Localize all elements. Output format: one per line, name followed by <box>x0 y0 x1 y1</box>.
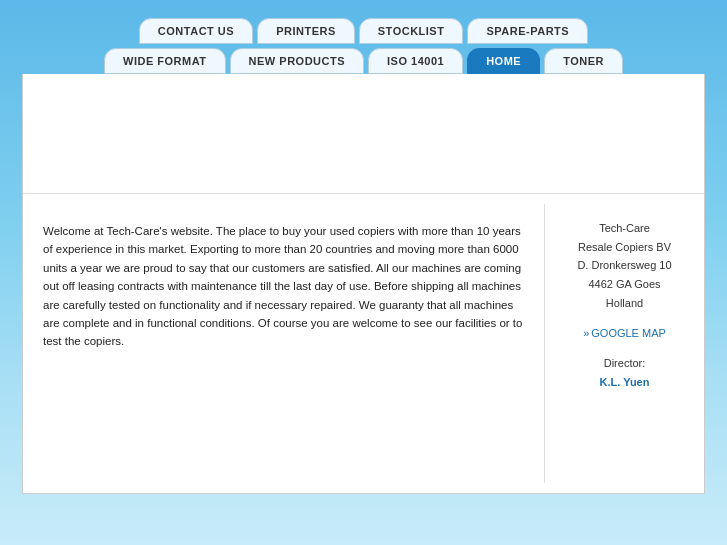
company-line-1: Tech-Care <box>560 219 689 238</box>
right-sidebar: Tech-Care Resale Copiers BV D. Dronkersw… <box>544 204 704 483</box>
navigation: CONTACT US PRINTERS STOCKLIST SPARE-PART… <box>0 0 727 74</box>
company-line-4: 4462 GA Goes <box>560 275 689 294</box>
director-info: Director: K.L. Yuen <box>560 354 689 391</box>
welcome-text: Welcome at Tech-Care's website. The plac… <box>23 204 544 483</box>
content-inner: Welcome at Tech-Care's website. The plac… <box>23 194 704 493</box>
nav-wide-format[interactable]: WIDE FORMAT <box>104 48 226 74</box>
google-map-link[interactable]: GOOGLE MAP <box>560 327 689 339</box>
company-line-2: Resale Copiers BV <box>560 238 689 257</box>
nav-new-products[interactable]: NEW PRODUCTS <box>230 48 364 74</box>
nav-contact-us[interactable]: CONTACT US <box>139 18 253 44</box>
company-line-3: D. Dronkersweg 10 <box>560 256 689 275</box>
nav-printers[interactable]: PRINTERS <box>257 18 355 44</box>
nav-spare-parts[interactable]: SPARE-PARTS <box>467 18 588 44</box>
company-line-5: Holland <box>560 294 689 313</box>
director-label: Director: <box>560 354 689 373</box>
nav-stocklist[interactable]: STOCKLIST <box>359 18 464 44</box>
director-name: K.L. Yuen <box>560 373 689 392</box>
company-info: Tech-Care Resale Copiers BV D. Dronkersw… <box>560 219 689 312</box>
banner-area <box>23 74 704 194</box>
nav-toner[interactable]: TONER <box>544 48 623 74</box>
main-content: Welcome at Tech-Care's website. The plac… <box>22 74 705 494</box>
nav-home[interactable]: HOME <box>467 48 540 74</box>
nav-iso-14001[interactable]: ISO 14001 <box>368 48 463 74</box>
nav-row-2: WIDE FORMAT NEW PRODUCTS ISO 14001 HOME … <box>104 48 623 74</box>
nav-row-1: CONTACT US PRINTERS STOCKLIST SPARE-PART… <box>139 18 588 44</box>
